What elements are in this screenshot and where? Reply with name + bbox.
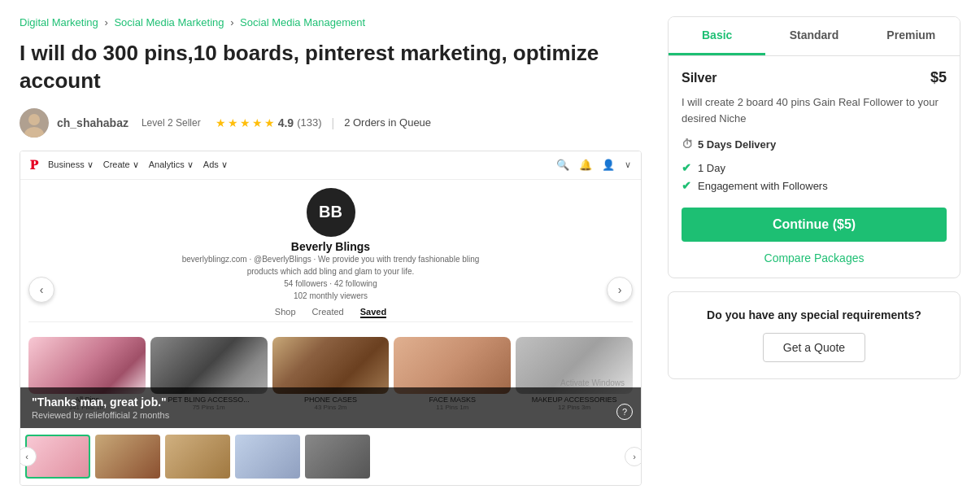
breadcrumb: Digital Marketing › Social Media Marketi… <box>20 16 642 28</box>
pin-thumbnail-4[interactable] <box>394 337 511 394</box>
profile-tabs: Shop Created Saved <box>28 307 633 322</box>
orders-in-queue: 2 Orders in Queue <box>344 116 431 129</box>
feature-label-2: Engagement with Followers <box>698 180 828 192</box>
profile-name: Beverly Blings <box>28 240 633 253</box>
package-tabs: Basic Standard Premium <box>669 17 960 56</box>
right-column: Basic Standard Premium Silver $5 I will … <box>668 16 960 486</box>
check-icon-1: ✔ <box>682 161 691 174</box>
breadcrumb-link-social-media-management[interactable]: Social Media Management <box>240 16 365 28</box>
slider-prev-button[interactable]: ‹ <box>28 277 54 303</box>
clock-icon: ⏱ <box>682 138 693 151</box>
tab-saved[interactable]: Saved <box>360 307 386 318</box>
delivery-text: 5 Days Delivery <box>698 138 776 151</box>
svg-point-1 <box>28 114 40 125</box>
thumb-next-button[interactable]: › <box>625 447 642 466</box>
tab-created[interactable]: Created <box>312 307 344 318</box>
tab-standard[interactable]: Standard <box>765 17 862 55</box>
feature-label-1: 1 Day <box>698 162 725 174</box>
package-body: Silver $5 I will create 2 board 40 pins … <box>669 56 960 278</box>
slider-main: 𝐏 Business ∨ Create ∨ Analytics ∨ Ads ∨ … <box>20 151 641 428</box>
star-2: ★ <box>228 116 238 129</box>
star-5: ★ <box>264 116 275 129</box>
feature-item-1: ✔ 1 Day <box>682 159 947 177</box>
profile-avatar: BB <box>307 188 355 237</box>
pinterest-nav-create[interactable]: Create ∨ <box>103 160 139 170</box>
pinterest-nav-business[interactable]: Business ∨ <box>48 160 94 170</box>
pinterest-nav-analytics[interactable]: Analytics ∨ <box>149 160 194 170</box>
check-icon-2: ✔ <box>682 179 691 192</box>
breadcrumb-separator-2: › <box>230 16 237 28</box>
profile-meta: beverlyblingz.com · @BeverlyBlings · We … <box>28 253 633 302</box>
breadcrumb-link-digital-marketing[interactable]: Digital Marketing <box>20 16 98 28</box>
breadcrumb-link-social-media-marketing[interactable]: Social Media Marketing <box>114 16 224 28</box>
review-overlay: "Thanks man, great job." Reviewed by rel… <box>20 387 641 428</box>
bell-icon[interactable]: 🔔 <box>579 159 592 171</box>
user-icon[interactable]: 👤 <box>602 159 615 171</box>
thumbnail-2[interactable] <box>95 435 160 479</box>
pinterest-mockup: 𝐏 Business ∨ Create ∨ Analytics ∨ Ads ∨ … <box>20 151 641 428</box>
compare-packages-link[interactable]: Compare Packages <box>682 251 947 264</box>
rating-count: (133) <box>297 116 321 129</box>
overlay-review-text: Reviewed by reliefofficial 2 months <box>32 410 629 420</box>
package-name: Silver <box>682 71 717 85</box>
star-4: ★ <box>252 116 263 129</box>
tab-premium[interactable]: Premium <box>863 17 960 55</box>
star-1: ★ <box>216 116 226 129</box>
left-column: Digital Marketing › Social Media Marketi… <box>20 16 642 486</box>
breadcrumb-separator-1: › <box>104 16 111 28</box>
star-3: ★ <box>240 116 250 129</box>
continue-button[interactable]: Continue ($5) <box>682 208 947 242</box>
feature-item-2: ✔ Engagement with Followers <box>682 177 947 195</box>
quote-question-text: Do you have any special requirements? <box>682 308 947 321</box>
slider-next-button[interactable]: › <box>607 277 633 303</box>
package-price: $5 <box>930 69 947 86</box>
help-icon[interactable]: ? <box>616 404 633 420</box>
pin-thumbnail-3[interactable] <box>272 337 390 394</box>
feature-list: ✔ 1 Day ✔ Engagement with Followers <box>682 159 947 195</box>
quote-card: Do you have any special requirements? Ge… <box>668 291 960 379</box>
avatar <box>20 108 49 138</box>
thumbnail-3[interactable] <box>165 435 230 479</box>
pinterest-nav: 𝐏 Business ∨ Create ∨ Analytics ∨ Ads ∨ … <box>20 151 641 180</box>
delivery-row: ⏱ 5 Days Delivery <box>682 138 947 151</box>
search-icon[interactable]: 🔍 <box>556 159 569 171</box>
pin-thumbnail-2[interactable] <box>150 337 268 394</box>
overlay-quote-text: "Thanks man, great job." <box>32 396 629 409</box>
get-quote-button[interactable]: Get a Quote <box>763 333 865 362</box>
seller-row: ch_shahabaz Level 2 Seller ★ ★ ★ ★ ★ 4.9… <box>20 108 642 138</box>
pinterest-nav-ads[interactable]: Ads ∨ <box>203 160 228 170</box>
tab-shop[interactable]: Shop <box>275 307 296 318</box>
seller-username[interactable]: ch_shahabaz <box>57 116 128 129</box>
tab-basic[interactable]: Basic <box>669 17 765 55</box>
seller-level: Level 2 Seller <box>142 117 201 129</box>
rating-score: 4.9 <box>278 116 294 129</box>
thumbnail-strip: ‹ › <box>20 428 641 485</box>
pin-thumbnail-1[interactable] <box>28 337 146 394</box>
gig-title: I will do 300 pins,10 boards, pinterest … <box>20 40 642 95</box>
image-slider: 𝐏 Business ∨ Create ∨ Analytics ∨ Ads ∨ … <box>20 151 642 486</box>
rating-stars: ★ ★ ★ ★ ★ 4.9 (133) <box>216 116 322 129</box>
package-header: Silver $5 <box>682 69 947 86</box>
package-card: Basic Standard Premium Silver $5 I will … <box>668 16 960 278</box>
package-description: I will create 2 board 40 pins Gain Real … <box>682 94 947 126</box>
thumbnail-4[interactable] <box>235 435 300 479</box>
thumbnail-5[interactable] <box>305 435 370 479</box>
chevron-icon: ∨ <box>625 160 631 170</box>
activate-windows-text: Activate Windows <box>560 378 625 387</box>
separator: | <box>331 116 334 129</box>
pinterest-profile: BB Beverly Blings beverlyblingz.com · @B… <box>20 180 641 330</box>
pinterest-logo-icon: 𝐏 <box>30 158 38 173</box>
